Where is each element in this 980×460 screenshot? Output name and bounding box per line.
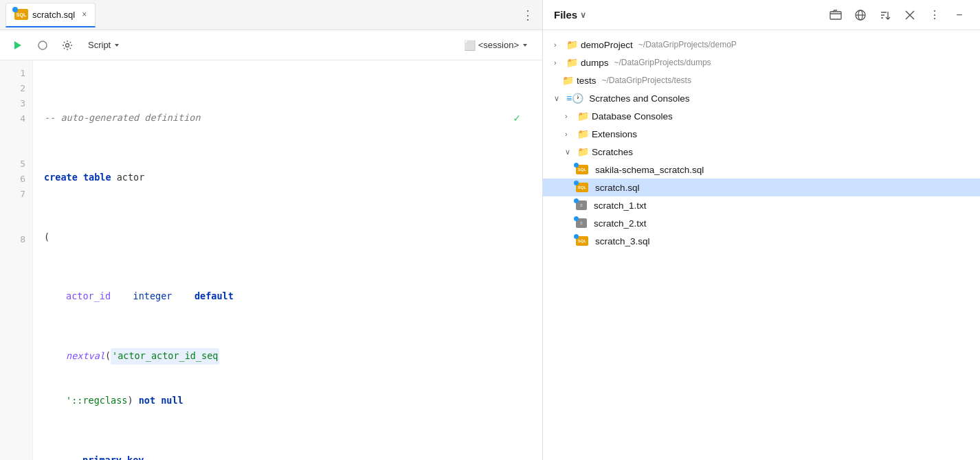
settings-button[interactable] bbox=[58, 36, 77, 55]
tab-close-button[interactable]: × bbox=[82, 10, 87, 19]
tree-label-extensions: Extensions bbox=[592, 129, 637, 139]
svg-rect-5 bbox=[830, 12, 841, 19]
folder-icon-dumps: 📁 bbox=[566, 57, 578, 68]
tree-item-sakila-schema[interactable]: SQL sakila-schema_scratch.sql bbox=[543, 161, 980, 179]
tree-path-demo-project: ~/DataGripProjects/demoP bbox=[638, 40, 737, 49]
folder-icon-database-consoles: 📁 bbox=[577, 111, 589, 122]
tree-label-scratch-2-txt: scratch_2.txt bbox=[594, 218, 647, 229]
new-folder-button[interactable] bbox=[826, 5, 845, 25]
code-editor[interactable]: 1 2 3 4 5 6 7 8 -- auto-generated defini… bbox=[0, 60, 542, 460]
tree-label-sakila-schema: sakila-schema_scratch.sql bbox=[595, 165, 704, 175]
files-title: Files ∨ bbox=[554, 9, 586, 21]
code-lines[interactable]: -- auto-generated definition ✓ create ta… bbox=[33, 60, 542, 460]
script-label: Script bbox=[88, 40, 111, 50]
tree-item-database-consoles[interactable]: › 📁 Database Consoles bbox=[543, 107, 980, 125]
folder-icon-demo-project: 📁 bbox=[566, 39, 578, 50]
files-header: Files ∨ bbox=[543, 0, 980, 30]
tree-path-tests: ~/DataGripProjects/tests bbox=[602, 76, 691, 85]
tree-label-demo-project: demoProject bbox=[581, 40, 633, 50]
svg-marker-0 bbox=[14, 41, 21, 49]
tree-item-tests[interactable]: 📁 tests ~/DataGripProjects/tests bbox=[543, 71, 980, 89]
tree-arrow-scratches-consoles: ∨ bbox=[554, 94, 564, 103]
folder-icon-tests: 📁 bbox=[562, 75, 574, 86]
tree-path-dumps: ~/DataGripProjects/dumps bbox=[614, 58, 711, 67]
svg-marker-4 bbox=[523, 44, 527, 47]
tree-item-extensions[interactable]: › 📁 Extensions bbox=[543, 125, 980, 143]
tree-label-scratch-1-txt: scratch_1.txt bbox=[594, 200, 647, 211]
script-dropdown[interactable]: Script bbox=[82, 37, 126, 53]
svg-marker-3 bbox=[115, 44, 119, 47]
sql-icon-scratch: SQL bbox=[576, 183, 588, 192]
globe-button[interactable] bbox=[851, 5, 870, 25]
tab-bar: SQL scratch.sql × ⋮ bbox=[0, 0, 542, 30]
tree-arrow-demo-project: › bbox=[554, 41, 564, 49]
session-label: <session> bbox=[478, 40, 519, 50]
tree-item-scratch-sql[interactable]: SQL scratch.sql bbox=[543, 179, 980, 196]
sort-button[interactable] bbox=[876, 5, 895, 25]
folder-icon-extensions: 📁 bbox=[577, 128, 589, 139]
minimize-button[interactable]: − bbox=[950, 5, 969, 25]
tree-label-scratches: Scratches bbox=[592, 147, 633, 157]
editor-tab[interactable]: SQL scratch.sql × bbox=[5, 3, 96, 27]
run-button[interactable] bbox=[8, 36, 27, 55]
tree-label-scratches-consoles: Scratches and Consoles bbox=[589, 93, 689, 104]
files-toolbar: ⋮ − bbox=[826, 5, 969, 25]
tree-item-demo-project[interactable]: › 📁 demoProject ~/DataGripProjects/demoP bbox=[543, 36, 980, 54]
txt-icon-scratch-1: ≡ bbox=[576, 200, 587, 210]
session-icon: ⬜ bbox=[464, 40, 476, 51]
tree-arrow-dumps: › bbox=[554, 58, 564, 67]
sql-icon-scratch-3: SQL bbox=[576, 236, 588, 246]
tree-label-dumps: dumps bbox=[581, 58, 609, 68]
tab-label: scratch.sql bbox=[32, 10, 75, 20]
files-panel: Files ∨ bbox=[543, 0, 980, 460]
svg-point-2 bbox=[66, 43, 69, 47]
code-line-4c: '::regclass) not null bbox=[44, 393, 531, 409]
tree-arrow-database-consoles: › bbox=[565, 112, 575, 120]
tree-label-tests: tests bbox=[577, 76, 597, 86]
close-panel-button[interactable] bbox=[900, 5, 920, 25]
files-title-chevron-icon[interactable]: ∨ bbox=[580, 10, 586, 20]
editor-toolbar: Script ⬜ <session> bbox=[0, 30, 542, 60]
folder-icon-scratches: 📁 bbox=[577, 146, 589, 157]
tree-label-scratch-3-sql: scratch_3.sql bbox=[595, 236, 650, 246]
check-icon: ✓ bbox=[513, 109, 520, 127]
svg-point-1 bbox=[38, 41, 47, 49]
code-line-3: ( bbox=[44, 229, 531, 244]
tree-item-scratches-consoles[interactable]: ∨ ≡🕐 Scratches and Consoles bbox=[543, 89, 980, 107]
files-title-text: Files bbox=[554, 9, 577, 21]
tree-arrow-scratches: ∨ bbox=[565, 148, 575, 157]
session-dropdown[interactable]: ⬜ <session> bbox=[458, 37, 534, 54]
tree-arrow-extensions: › bbox=[565, 130, 575, 138]
tab-more-button[interactable]: ⋮ bbox=[519, 5, 537, 25]
tree-item-scratch-3-sql[interactable]: SQL scratch_3.sql bbox=[543, 232, 980, 250]
code-line-5: primary key, bbox=[44, 453, 531, 460]
sql-icon-sakila: SQL bbox=[576, 165, 588, 174]
tree-item-dumps[interactable]: › 📁 dumps ~/DataGripProjects/dumps bbox=[543, 54, 980, 71]
txt-icon-scratch-2: ≡ bbox=[576, 218, 587, 228]
tree-item-scratch-2-txt[interactable]: ≡ scratch_2.txt bbox=[543, 214, 980, 232]
tree-item-scratch-1-txt[interactable]: ≡ scratch_1.txt bbox=[543, 196, 980, 214]
sql-file-tab-icon: SQL bbox=[14, 9, 28, 20]
tree-label-database-consoles: Database Consoles bbox=[592, 111, 673, 122]
tree-label-scratch-sql: scratch.sql bbox=[595, 183, 640, 193]
file-tree: › 📁 demoProject ~/DataGripProjects/demoP… bbox=[543, 30, 980, 460]
tree-item-scratches[interactable]: ∨ 📁 Scratches bbox=[543, 143, 980, 161]
stop-button[interactable] bbox=[33, 36, 52, 55]
more-options-button[interactable]: ⋮ bbox=[925, 5, 944, 25]
code-line-4: actor_id integer default bbox=[44, 289, 531, 304]
code-line-4b: nextval('actor_actor_id_seq bbox=[44, 349, 531, 364]
line-numbers: 1 2 3 4 5 6 7 8 bbox=[0, 60, 33, 460]
editor-panel: SQL scratch.sql × ⋮ Script bbox=[0, 0, 543, 460]
scratches-root-icon: ≡🕐 bbox=[566, 93, 583, 104]
code-line-1: -- auto-generated definition ✓ bbox=[44, 111, 531, 126]
code-line-2: create table actor bbox=[44, 170, 531, 185]
